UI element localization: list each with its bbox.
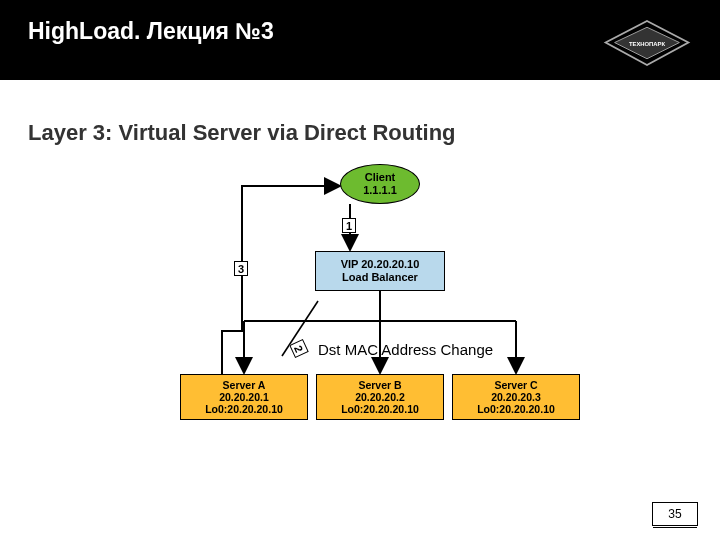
- server-b-ip: 20.20.20.2: [355, 391, 405, 403]
- technopark-logo: ТЕХНОПАРК: [602, 18, 692, 68]
- slide-header: HighLoad. Лекция №3 ТЕХНОПАРК: [0, 0, 720, 80]
- server-b-lo: Lo0:20.20.20.10: [341, 403, 419, 415]
- section-title: Layer 3: Virtual Server via Direct Routi…: [0, 80, 720, 156]
- server-c-ip: 20.20.20.3: [491, 391, 541, 403]
- mac-change-annotation: Dst MAC Address Change: [318, 341, 493, 358]
- page-number: 35: [652, 502, 698, 526]
- client-ip: 1.1.1.1: [363, 184, 397, 197]
- server-c-node: Server C 20.20.20.3 Lo0:20.20.20.10: [452, 374, 580, 420]
- vip-line1: VIP 20.20.20.10: [341, 258, 420, 271]
- flow-badge-1: 1: [342, 218, 356, 233]
- server-a-node: Server A 20.20.20.1 Lo0:20.20.20.10: [180, 374, 308, 420]
- server-b-name: Server B: [358, 379, 401, 391]
- server-c-name: Server C: [494, 379, 537, 391]
- client-name: Client: [365, 171, 396, 184]
- server-a-name: Server A: [223, 379, 266, 391]
- diagram-arrows: [0, 156, 720, 486]
- flow-badge-2: 2: [289, 339, 309, 358]
- client-node: Client 1.1.1.1: [340, 164, 420, 204]
- flow-badge-3: 3: [234, 261, 248, 276]
- server-a-lo: Lo0:20.20.20.10: [205, 403, 283, 415]
- diagram-canvas: Client 1.1.1.1 VIP 20.20.20.10 Load Bala…: [0, 156, 720, 486]
- vip-load-balancer-node: VIP 20.20.20.10 Load Balancer: [315, 251, 445, 291]
- logo-text: ТЕХНОПАРК: [629, 41, 665, 47]
- server-a-ip: 20.20.20.1: [219, 391, 269, 403]
- server-c-lo: Lo0:20.20.20.10: [477, 403, 555, 415]
- server-b-node: Server B 20.20.20.2 Lo0:20.20.20.10: [316, 374, 444, 420]
- vip-line2: Load Balancer: [342, 271, 418, 284]
- lecture-title: HighLoad. Лекция №3: [28, 18, 274, 45]
